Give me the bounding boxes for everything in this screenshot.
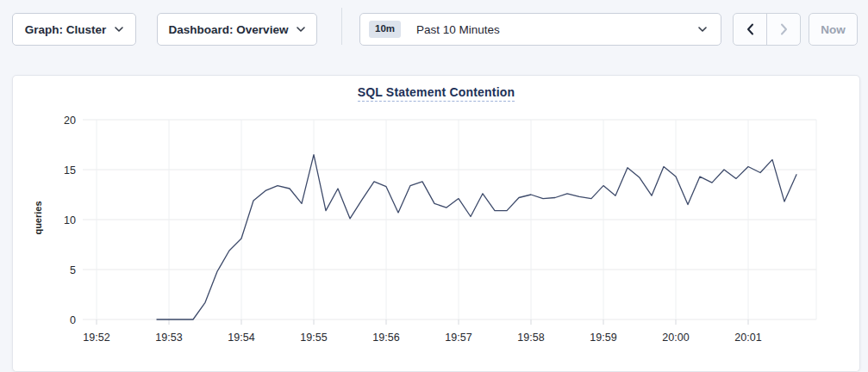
graph-dropdown-label: Graph: Cluster	[25, 23, 107, 36]
next-time-button[interactable]	[767, 14, 800, 45]
now-button[interactable]: Now	[809, 13, 858, 46]
chevron-right-icon	[780, 23, 788, 35]
chart-title-wrap: SQL Statement Contention	[13, 84, 859, 102]
chevron-left-icon	[746, 23, 754, 35]
graph-dropdown[interactable]: Graph: Cluster	[12, 13, 136, 46]
now-button-label: Now	[821, 23, 846, 36]
chevron-down-icon	[115, 27, 123, 32]
chart-card: SQL Statement Contention	[12, 75, 860, 372]
time-range-dropdown[interactable]: 10m Past 10 Minutes	[359, 13, 721, 46]
dashboard-dropdown-label: Dashboard: Overview	[169, 23, 289, 36]
chevron-down-icon	[698, 27, 707, 32]
time-range-badge: 10m	[369, 21, 401, 38]
dashboard-dropdown[interactable]: Dashboard: Overview	[157, 13, 317, 46]
prev-time-button[interactable]	[734, 14, 767, 45]
time-step-control	[733, 13, 801, 46]
toolbar-divider	[341, 8, 342, 45]
chevron-down-icon	[297, 27, 305, 32]
chart-title[interactable]: SQL Statement Contention	[358, 85, 515, 102]
time-range-label: Past 10 Minutes	[416, 23, 690, 36]
